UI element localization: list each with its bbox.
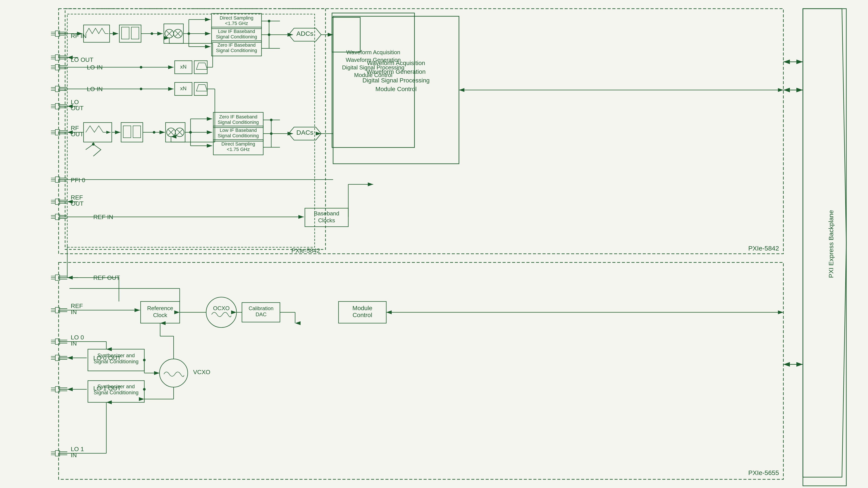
- svg-text:Signal Conditioning: Signal Conditioning: [94, 390, 139, 395]
- lo0-in-label: LO 0: [71, 334, 84, 341]
- svg-text:Digital Signal Processing: Digital Signal Processing: [362, 77, 430, 84]
- vcxo-label: VCXO: [193, 369, 210, 376]
- lo-out2-label: LO: [71, 99, 79, 105]
- svg-text:OUT: OUT: [71, 131, 84, 137]
- diagram-container: PXIe-5842 Waveform Acquisition Waveform …: [0, 0, 868, 488]
- svg-text:OUT: OUT: [71, 200, 84, 207]
- svg-text:Low IF Baseband: Low IF Baseband: [220, 128, 257, 133]
- svg-text:xN: xN: [180, 86, 186, 91]
- svg-text:Signal Conditioning: Signal Conditioning: [218, 133, 259, 138]
- svg-text:Reference: Reference: [147, 305, 173, 312]
- svg-text:<1.75 GHz: <1.75 GHz: [225, 21, 248, 26]
- lo1-in-label: LO 1: [71, 446, 84, 452]
- pxie5842-label: PXIe-5842: [748, 245, 779, 252]
- ref-in-5655-label: REF: [71, 302, 83, 309]
- svg-text:Waveform Generation: Waveform Generation: [367, 68, 426, 75]
- pxi-backplane-label: PXI Express Backplane: [828, 210, 835, 278]
- svg-text:Calibration: Calibration: [249, 305, 274, 311]
- pxie5842-label: PXIe-5842: [291, 247, 320, 254]
- svg-text:OCXO: OCXO: [213, 305, 230, 312]
- svg-text:ADCs: ADCs: [297, 30, 313, 37]
- svg-text:Low IF Baseband: Low IF Baseband: [218, 29, 255, 34]
- synth2-label: Synthesizer and: [97, 384, 135, 389]
- svg-text:IN: IN: [71, 308, 77, 315]
- svg-text:Signal Conditioning: Signal Conditioning: [218, 120, 259, 125]
- svg-text:xN: xN: [180, 64, 186, 70]
- svg-text:OUT: OUT: [71, 105, 84, 111]
- ref-out-label: REF: [71, 194, 83, 201]
- svg-text:Module: Module: [352, 305, 372, 312]
- svg-text:DAC: DAC: [256, 312, 267, 317]
- svg-text:Signal Conditioning: Signal Conditioning: [94, 359, 139, 364]
- pxie5655-label: PXIe-5655: [748, 469, 779, 476]
- svg-text:IN: IN: [71, 452, 77, 458]
- svg-text:Signal Conditioning: Signal Conditioning: [216, 34, 257, 39]
- svg-point-233: [143, 388, 146, 391]
- rf-out-label: RF: [71, 125, 79, 131]
- svg-text:Waveform Acquisition: Waveform Acquisition: [367, 60, 425, 66]
- svg-text:Clock: Clock: [153, 312, 167, 318]
- svg-text:DACs: DACs: [297, 129, 313, 136]
- svg-text:<1.75 GHz: <1.75 GHz: [227, 147, 250, 152]
- svg-text:Signal Conditioning: Signal Conditioning: [216, 48, 257, 53]
- svg-text:Zero IF Baseband: Zero IF Baseband: [219, 114, 257, 120]
- svg-text:Baseband: Baseband: [314, 210, 339, 217]
- svg-text:Direct Sampling: Direct Sampling: [221, 141, 255, 147]
- synth1-label: Synthesizer and: [97, 352, 135, 358]
- svg-text:Control: Control: [352, 312, 372, 318]
- svg-text:IN: IN: [71, 340, 77, 347]
- svg-text:Zero IF Baseband: Zero IF Baseband: [217, 42, 256, 48]
- svg-rect-7: [0, 0, 868, 488]
- svg-text:Direct Sampling: Direct Sampling: [220, 15, 253, 21]
- pfi0-label: PFI 0: [71, 177, 85, 184]
- svg-text:Module Control: Module Control: [375, 86, 416, 92]
- svg-text:Clocks: Clocks: [318, 217, 335, 224]
